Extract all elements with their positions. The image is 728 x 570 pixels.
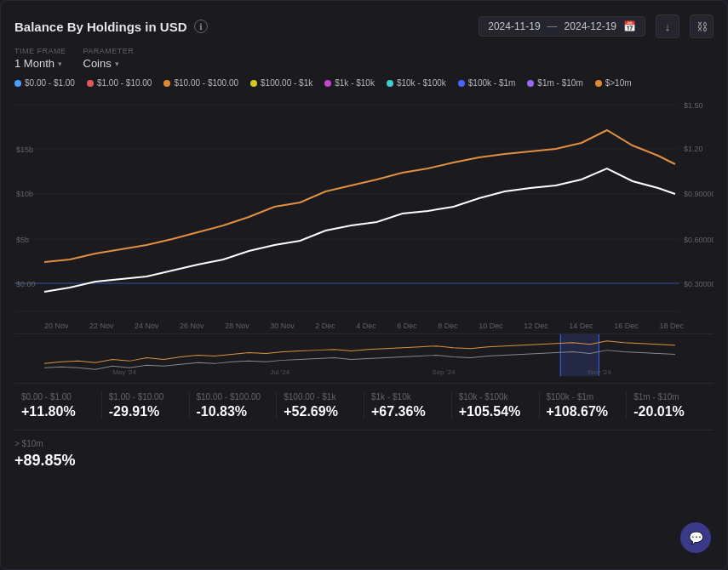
stat-value: +67.36% [371,404,444,419]
svg-rect-16 [560,334,561,376]
stat-item: $10.00 - $100.00 -10.83% [190,392,278,419]
x-axis-label: 24 Nov [135,322,159,330]
stat-value: +108.67% [547,404,620,419]
parameter-control: PARAMETER Coins ▾ [83,47,135,70]
x-axis-label: 12 Dec [524,322,548,330]
legend-label: $1k - $10k [335,78,375,88]
legend-item[interactable]: $1m - $10m [527,78,582,88]
time-frame-label: TIME FRAME [14,47,66,55]
legend-dot [87,80,94,87]
legend-dot [324,80,331,87]
legend-label: $>10m [605,78,632,88]
svg-text:$1.50: $1.50 [684,101,703,110]
x-axis-label: 6 Dec [397,322,417,330]
legend-label: $10.00 - $100.00 [174,78,238,88]
stat-label: $10.00 - $100.00 [197,392,270,402]
page-title: Balance By Holdings in USD [14,20,187,34]
legend-item[interactable]: $1k - $10k [324,78,375,88]
svg-text:Nov '24: Nov '24 [588,368,611,376]
stat-value: +11.80% [21,404,95,419]
svg-text:May '24: May '24 [112,368,136,376]
main-container: Balance By Holdings in USD ℹ 2024-11-19 … [0,0,728,570]
x-axis-label: 30 Nov [270,322,295,330]
info-icon[interactable]: ℹ [194,20,208,33]
stat-item: $100k - $1m +108.67% [540,392,628,419]
stat-value: -20.01% [633,404,707,419]
main-chart-svg: $15b $10b $5b $0.00 $1.50 $1.20 $0.90000… [14,96,714,322]
stat-label: $0.00 - $1.00 [21,392,95,402]
date-range[interactable]: 2024-11-19 — 2024-12-19 📅 [479,16,645,37]
stats-grid: $0.00 - $1.00 +11.80% $1.00 - $10.00 -29… [14,383,714,419]
x-axis-label: 26 Nov [180,322,204,330]
controls: TIME FRAME 1 Month ▾ PARAMETER Coins ▾ [14,47,714,70]
legend-label: $0.00 - $1.00 [25,78,75,88]
mini-chart[interactable]: May '24 Jul '24 Sep '24 Nov '24 [14,333,714,376]
legend-item[interactable]: $0.00 - $1.00 [14,78,75,88]
x-axis-label: 22 Nov [89,322,114,330]
download-button[interactable]: ↓ [656,14,679,38]
x-axis-label: 28 Nov [225,322,249,330]
legend-item[interactable]: $1.00 - $10.00 [87,78,152,88]
main-chart: $15b $10b $5b $0.00 $1.50 $1.20 $0.90000… [14,96,714,322]
stat-label: $10k - $100k [459,392,532,402]
stat-value: -29.91% [109,404,182,419]
legend-item[interactable]: $100k - $1m [458,78,516,88]
svg-text:$0.00: $0.00 [16,280,36,288]
extra-stat-value: +89.85% [14,452,714,470]
share-button[interactable]: ⛓ [690,14,714,38]
extra-stats: > $10m +89.85% [14,430,714,470]
legend-label: $1m - $10m [537,78,582,88]
legend-dot [250,80,257,87]
parameter-value: Coins [83,57,112,70]
title-area: Balance By Holdings in USD ℹ [14,20,208,34]
x-axis-label: 8 Dec [438,322,458,330]
svg-text:$0.300000: $0.300000 [684,280,714,288]
chart-wrapper: $15b $10b $5b $0.00 $1.50 $1.20 $0.90000… [14,96,714,376]
time-frame-control: TIME FRAME 1 Month ▾ [14,47,66,70]
stat-label: $100.00 - $1k [284,392,357,402]
x-axis-label: 20 Nov [44,322,69,330]
parameter-selector[interactable]: Coins ▾ [83,57,135,70]
svg-text:Sep '24: Sep '24 [433,368,456,376]
svg-text:$0.900000: $0.900000 [684,190,714,198]
svg-text:$1.20: $1.20 [684,145,703,153]
legend-item[interactable]: $10.00 - $100.00 [163,78,238,88]
svg-text:$0.600000: $0.600000 [684,236,714,244]
stat-label: $1k - $10k [371,392,444,402]
stat-value: -10.83% [197,404,270,419]
stat-value: +52.69% [284,404,357,419]
calendar-icon: 📅 [623,20,636,32]
stat-item: $1m - $10m -20.01% [627,392,714,419]
header-right: 2024-11-19 — 2024-12-19 📅 ↓ ⛓ [479,14,714,38]
svg-text:Jul '24: Jul '24 [270,368,289,376]
header: Balance By Holdings in USD ℹ 2024-11-19 … [14,14,714,38]
date-start: 2024-11-19 [488,20,540,32]
date-end: 2024-12-19 [565,20,616,32]
legend-item[interactable]: $>10m [595,78,632,88]
time-frame-chevron: ▾ [58,60,62,68]
fab-button[interactable]: 💬 [680,522,711,553]
legend-label: $1.00 - $10.00 [97,78,152,88]
svg-text:$5b: $5b [16,236,29,244]
stat-label: $1.00 - $10.00 [109,392,182,402]
stat-label: $1m - $10m [633,392,707,402]
svg-text:$10b: $10b [16,190,33,198]
legend-label: $10k - $100k [397,78,446,88]
x-axis-label: 10 Dec [479,322,503,330]
legend-dot [595,80,602,87]
legend-dot [527,80,534,87]
parameter-label: PARAMETER [83,47,135,55]
legend-item[interactable]: $100.00 - $1k [250,78,312,88]
stat-item: $0.00 - $1.00 +11.80% [14,392,102,419]
legend-item[interactable]: $10k - $100k [387,78,446,88]
time-frame-value: 1 Month [14,57,54,70]
stat-item: $1.00 - $10.00 -29.91% [102,392,190,419]
date-dash: — [547,20,558,32]
stat-item: $1k - $10k +67.36% [364,392,452,419]
mini-chart-svg: May '24 Jul '24 Sep '24 Nov '24 [14,334,714,376]
parameter-chevron: ▾ [115,60,119,68]
time-frame-selector[interactable]: 1 Month ▾ [14,57,66,70]
legend-dot [14,80,21,87]
x-axis-label: 14 Dec [569,322,593,330]
x-axis-label: 16 Dec [614,322,639,330]
